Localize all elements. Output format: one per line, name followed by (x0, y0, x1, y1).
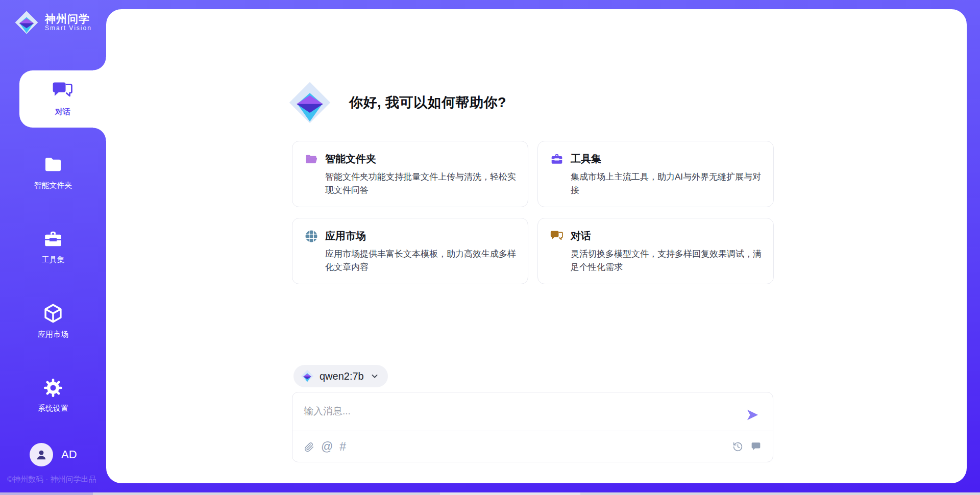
toolbox-icon (43, 229, 63, 250)
card-description: 集成市场上主流工具，助力AI与外界无缝扩展与对接 (571, 170, 762, 196)
topic-button[interactable]: # (339, 441, 346, 453)
greeting-block: 你好, 我可以如何帮助你? (288, 81, 506, 125)
model-selector[interactable]: qwen2:7b (293, 365, 388, 387)
card-title: 对话 (571, 229, 591, 243)
attach-file-button[interactable] (304, 441, 314, 452)
copyright-text: ©神州数码 · 神州问学出品 (7, 475, 96, 484)
message-input[interactable] (304, 400, 732, 423)
card-app-market[interactable]: 应用市场 应用市场提供丰富长文本模板，助力高效生成多样化文章内容 (292, 218, 528, 284)
horizontal-scrollbar[interactable] (0, 492, 980, 495)
feature-cards: 智能文件夹 智能文件夹功能支持批量文件上传与清洗，轻松实现文件问答 工具集 集 (292, 141, 774, 284)
scrollbar-thumb[interactable] (440, 492, 580, 495)
sidebar-item-smart-folder[interactable]: 智能文件夹 (0, 144, 106, 201)
greeting-gem-icon (288, 81, 332, 125)
person-icon (35, 448, 48, 461)
sidebar-item-toolset[interactable]: 工具集 (0, 218, 106, 276)
card-description: 智能文件夹功能支持批量文件上传与清洗，轻松实现文件问答 (325, 170, 517, 196)
folder-icon (43, 155, 63, 175)
chevron-down-icon (370, 371, 380, 381)
send-button[interactable] (745, 408, 760, 422)
gear-icon (43, 378, 63, 398)
history-button[interactable] (732, 441, 743, 452)
folder-open-icon (305, 153, 318, 166)
card-title: 智能文件夹 (325, 152, 376, 166)
greeting-text: 你好, 我可以如何帮助你? (349, 93, 506, 112)
paperclip-icon (304, 441, 314, 452)
card-description: 灵活切换多模型文件，支持多样回复效果调试，满足个性化需求 (571, 247, 762, 274)
brand-logo-gem-icon (14, 10, 39, 35)
scrollbar-tint (0, 492, 93, 495)
at-icon: @ (321, 441, 333, 453)
user-initials: AD (61, 448, 77, 461)
hash-icon: # (339, 441, 346, 453)
composer-toolbar: @ # (292, 431, 773, 462)
feedback-button[interactable] (750, 441, 762, 452)
send-icon (745, 408, 760, 422)
sidebar-item-label: 智能文件夹 (34, 181, 72, 190)
brand: 神州问学 Smart Vision (14, 10, 92, 35)
card-description: 应用市场提供丰富长文本模板，助力高效生成多样化文章内容 (325, 247, 517, 274)
card-title: 应用市场 (325, 229, 366, 243)
cube-icon (42, 303, 64, 324)
card-toolset[interactable]: 工具集 集成市场上主流工具，助力AI与外界无缝扩展与对接 (537, 141, 774, 207)
card-smart-folder[interactable]: 智能文件夹 智能文件夹功能支持批量文件上传与清洗，轻松实现文件问答 (292, 141, 528, 207)
composer: @ # (292, 392, 773, 462)
chat-icon (52, 82, 74, 102)
sidebar-item-settings[interactable]: 系统设置 (0, 367, 106, 424)
card-chat[interactable]: 对话 灵活切换多模型文件，支持多样回复效果调试，满足个性化需求 (537, 218, 774, 284)
toolbox-icon (550, 153, 564, 166)
history-icon (732, 441, 743, 452)
mention-button[interactable]: @ (321, 441, 333, 453)
model-gem-icon (301, 369, 314, 383)
brand-subtitle: Smart Vision (45, 25, 92, 32)
avatar (30, 443, 53, 466)
model-name: qwen2:7b (320, 370, 364, 382)
app-root: 神州问学 Smart Vision 对话 智能文件夹 (0, 0, 980, 495)
brand-name: 神州问学 (45, 13, 92, 25)
sidebar-item-app-market[interactable]: 应用市场 (0, 292, 106, 350)
sidebar-item-chat[interactable]: 对话 (19, 70, 106, 128)
sidebar-item-label: 对话 (55, 107, 70, 117)
card-title: 工具集 (571, 152, 601, 166)
sidebar-item-label: 系统设置 (38, 404, 68, 413)
sidebar-item-label: 应用市场 (38, 330, 68, 339)
app-grid-icon (305, 230, 318, 243)
chat-icon (550, 230, 564, 243)
chat-bubble-icon (750, 441, 762, 452)
sidebar-item-label: 工具集 (42, 255, 65, 265)
user-profile[interactable]: AD (30, 443, 77, 466)
main-panel: 你好, 我可以如何帮助你? 智能文件夹 智能文件夹功能支持批量文件上传与清洗，轻… (106, 9, 967, 483)
